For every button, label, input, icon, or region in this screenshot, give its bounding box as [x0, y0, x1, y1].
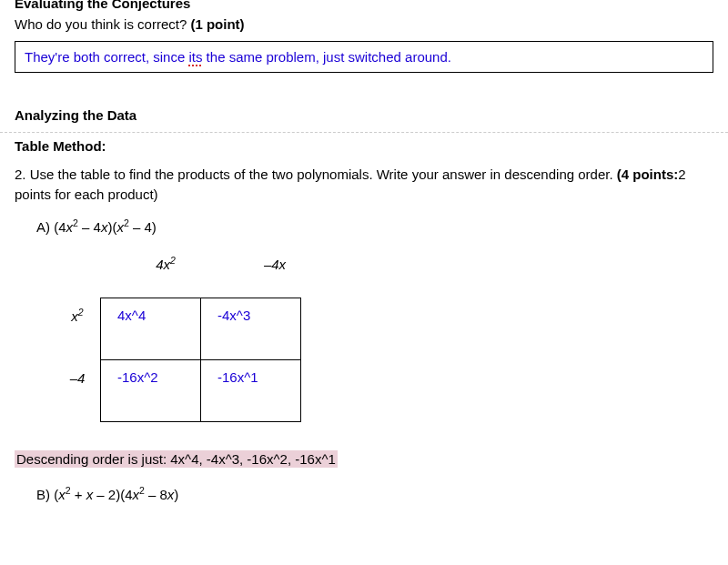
heading-evaluating: Evaluating the Conjectures — [0, 0, 728, 11]
question-2-points-label: (4 points: — [617, 166, 679, 182]
cell-2-1[interactable]: -16x^2 — [101, 359, 201, 421]
table-col-headers: 4x2 –4x — [120, 257, 355, 298]
row-header-1: x2 — [55, 298, 100, 359]
question-1-text: Who do you think is correct? — [15, 16, 190, 32]
cell-1-2[interactable]: -4x^3 — [201, 298, 301, 359]
question-2: 2. Use the table to find the products of… — [0, 154, 728, 205]
problem-a: A) (4x2 – 4x)(x2 – 4) — [0, 205, 728, 235]
cell-2-2[interactable]: -16x^1 — [201, 359, 301, 421]
highlighted-text[interactable]: Descending order is just: 4x^4, -4x^3, -… — [15, 450, 338, 468]
table-row: 4x^4 -4x^3 — [101, 298, 301, 359]
table-row: -16x^2 -16x^1 — [101, 359, 301, 421]
table-row-headers: x2 –4 — [55, 298, 100, 422]
row-header-2: –4 — [55, 359, 100, 421]
multiplication-table: 4x2 –4x x2 –4 4x^4 -4x^3 -16x^2 -16x^1 — [55, 257, 355, 422]
descending-order-answer: Descending order is just: 4x^4, -4x^3, -… — [15, 451, 713, 467]
answer-1-part1: They're both correct, since — [25, 49, 188, 65]
question-2-num: 2. — [15, 166, 30, 182]
question-1: Who do you think is correct? (1 point) — [0, 11, 728, 41]
table-grid: 4x^4 -4x^3 -16x^2 -16x^1 — [100, 298, 301, 422]
answer-1-grammar-error[interactable]: its — [188, 49, 202, 65]
col-header-1: 4x2 — [120, 257, 211, 298]
question-2-text: Use the table to find the products of th… — [30, 166, 617, 182]
heading-table-method: Table Method: — [0, 133, 728, 154]
heading-analyzing: Analyzing the Data — [0, 91, 728, 128]
answer-1-part2: the same problem, just switched around. — [202, 49, 450, 65]
cell-1-1[interactable]: 4x^4 — [101, 298, 201, 359]
col-header-2: –4x — [229, 257, 320, 298]
question-1-points: (1 point) — [190, 16, 244, 32]
answer-box-1[interactable]: They're both correct, since its the same… — [15, 41, 713, 73]
problem-b: B) (x2 + x – 2)(4x2 – 8x) — [0, 478, 728, 502]
